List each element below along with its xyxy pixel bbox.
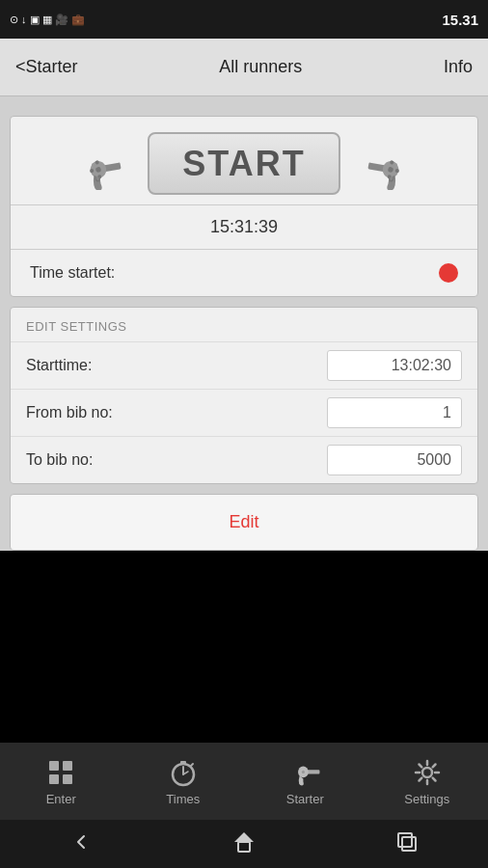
svg-line-33 bbox=[419, 764, 421, 767]
svg-point-28 bbox=[422, 768, 432, 777]
back-button[interactable]: <Starter bbox=[15, 57, 78, 77]
svg-rect-40 bbox=[402, 837, 416, 851]
info-button[interactable]: Info bbox=[444, 57, 473, 77]
settings-header: EDIT SETTINGS bbox=[11, 308, 477, 341]
red-status-dot bbox=[439, 263, 458, 283]
starttime-label: Starttime: bbox=[26, 357, 92, 374]
home-android-button[interactable] bbox=[213, 821, 275, 868]
start-card: START bbox=[10, 116, 478, 297]
starter-icon bbox=[289, 757, 320, 788]
enter-label: Enter bbox=[46, 792, 76, 806]
settings-label: Settings bbox=[404, 792, 449, 806]
time-display: 15:31:39 bbox=[11, 204, 477, 249]
svg-rect-15 bbox=[63, 761, 72, 771]
start-row: START bbox=[11, 117, 477, 204]
status-time: 15.31 bbox=[442, 12, 478, 28]
gun-icon-right bbox=[360, 135, 418, 193]
nav-item-settings[interactable]: Settings bbox=[366, 749, 489, 814]
to-bib-input[interactable] bbox=[327, 445, 462, 475]
to-bib-row: To bib no: bbox=[11, 436, 477, 483]
svg-marker-37 bbox=[234, 832, 254, 842]
edit-button[interactable]: Edit bbox=[229, 512, 258, 532]
page-title: All runners bbox=[219, 57, 302, 77]
svg-point-26 bbox=[302, 770, 305, 773]
settings-card: EDIT SETTINGS Starttime: From bib no: To… bbox=[10, 307, 478, 484]
bottom-nav: Enter Times bbox=[0, 743, 488, 820]
notification-icons: ⊙ ↓ ▣ ▦ 🎥 💼 bbox=[10, 14, 85, 26]
start-button[interactable]: START bbox=[148, 132, 340, 195]
android-bar bbox=[0, 820, 488, 868]
from-bib-label: From bib no: bbox=[26, 404, 113, 421]
back-android-button[interactable] bbox=[50, 821, 112, 868]
stopwatch-icon bbox=[168, 757, 199, 788]
svg-rect-14 bbox=[49, 761, 59, 771]
grid-icon bbox=[45, 757, 76, 788]
gun-icon-left bbox=[70, 135, 128, 193]
times-label: Times bbox=[166, 792, 200, 806]
gun-right-icon bbox=[363, 137, 416, 190]
svg-rect-27 bbox=[300, 767, 303, 771]
nav-item-enter[interactable]: Enter bbox=[0, 749, 122, 814]
svg-rect-16 bbox=[49, 774, 59, 784]
edit-card: Edit bbox=[10, 494, 478, 551]
svg-rect-17 bbox=[63, 774, 72, 784]
nav-item-starter[interactable]: Starter bbox=[244, 749, 366, 814]
svg-line-23 bbox=[191, 764, 193, 766]
time-startet-label: Time startet: bbox=[30, 264, 115, 282]
gun-left-icon bbox=[73, 137, 126, 190]
status-icons: ⊙ ↓ ▣ ▦ 🎥 💼 bbox=[10, 14, 85, 26]
time-startet-row: Time startet: bbox=[11, 249, 477, 296]
recent-android-button[interactable] bbox=[376, 821, 438, 868]
svg-line-36 bbox=[419, 777, 421, 780]
svg-line-34 bbox=[432, 777, 435, 780]
starttime-row: Starttime: bbox=[11, 341, 477, 389]
nav-item-times[interactable]: Times bbox=[122, 749, 245, 814]
main-content: START bbox=[0, 96, 488, 551]
starter-label: Starter bbox=[286, 792, 324, 806]
from-bib-row: From bib no: bbox=[11, 389, 477, 436]
to-bib-label: To bib no: bbox=[26, 451, 93, 469]
svg-rect-39 bbox=[398, 833, 412, 847]
svg-rect-38 bbox=[238, 842, 250, 852]
starttime-input[interactable] bbox=[327, 350, 462, 381]
nav-bar: <Starter All runners Info bbox=[0, 39, 488, 96]
gear-icon bbox=[412, 757, 443, 788]
svg-line-35 bbox=[432, 764, 435, 767]
status-bar: ⊙ ↓ ▣ ▦ 🎥 💼 15.31 bbox=[0, 0, 488, 39]
from-bib-input[interactable] bbox=[327, 397, 462, 428]
